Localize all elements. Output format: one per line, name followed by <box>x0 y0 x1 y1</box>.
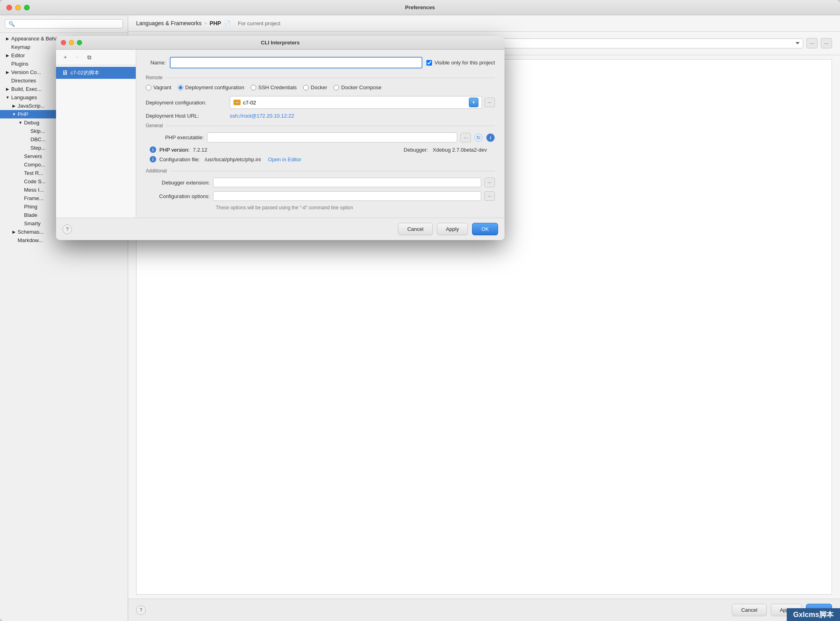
sidebar-item-label: Step... <box>30 145 46 151</box>
sidebar-item-label: Phing <box>24 204 37 210</box>
interpreter-icon: 🖥 <box>62 69 68 76</box>
deployment-more-button[interactable]: ··· <box>484 98 495 107</box>
search-input[interactable] <box>16 21 119 27</box>
php-exec-info-button[interactable]: i <box>486 133 495 142</box>
dialog-close-button[interactable] <box>61 40 66 45</box>
name-row: Name: c7-02的脚本 Visible only for this pro… <box>146 57 495 68</box>
visible-label-text: Visible only for this project <box>434 60 495 66</box>
sidebar-item-label: PHP <box>18 111 28 117</box>
tree-arrow-icon: ▼ <box>11 112 17 117</box>
sidebar-item-label: Skip... <box>30 128 45 134</box>
tree-arrow-icon: ▶ <box>5 36 10 42</box>
php-version-info-icon: i <box>150 146 156 153</box>
php-version-label: PHP version: <box>159 147 190 153</box>
dialog-help-button[interactable]: ? <box>62 224 72 234</box>
remove-interpreter-button[interactable]: － <box>72 53 82 62</box>
config-options-input[interactable] <box>213 191 481 201</box>
interpreter-list-item[interactable]: 🖥 c7-02的脚本 <box>56 67 136 79</box>
sidebar-item-label: Servers <box>24 153 42 159</box>
main-help-button[interactable]: ? <box>136 605 146 615</box>
title-bar: Preferences <box>0 0 840 15</box>
for-project-icon: 📄 <box>224 20 231 26</box>
deployment-icon: 🏠 <box>233 100 241 105</box>
sidebar-item-label: Editor <box>11 52 25 58</box>
watermark: Gxlcms脚本 <box>787 608 840 621</box>
sidebar-item-label: Markdow... <box>18 237 43 243</box>
search-bar: 🔍 <box>0 15 128 33</box>
radio-docker[interactable]: Docker <box>303 84 327 90</box>
dialog-apply-button[interactable]: Apply <box>437 223 468 235</box>
cancel-button[interactable]: Cancel <box>732 604 766 616</box>
dialog-cancel-button[interactable]: Cancel <box>398 223 432 235</box>
dialog-minimize-button[interactable] <box>69 40 74 45</box>
debugger-ext-input[interactable] <box>213 178 481 187</box>
deployment-host-row: Deployment Host URL: ssh://root@172.20.1… <box>146 113 495 119</box>
dialog-interpreter-list: 🖥 c7-02的脚本 <box>56 65 136 218</box>
deployment-host-label: Deployment Host URL: <box>146 113 226 119</box>
tree-arrow-icon: ▼ <box>5 95 10 100</box>
visible-checkbox-label: Visible only for this project <box>426 60 495 66</box>
radio-ssh[interactable]: SSH Credentials <box>251 84 297 90</box>
additional-section-header: Additional <box>146 168 495 174</box>
sidebar-item-label: JavaScrip... <box>18 103 45 109</box>
dialog-title: CLI Interpreters <box>261 40 300 46</box>
debugger-label: Debugger: <box>404 147 428 153</box>
debugger-ext-browse-button[interactable]: ··· <box>484 178 495 187</box>
name-input[interactable]: c7-02的脚本 <box>170 57 422 68</box>
open-editor-link[interactable]: Open in Editor <box>268 156 301 162</box>
sidebar-item-label: Directories <box>11 78 36 84</box>
dialog-ok-button[interactable]: OK <box>472 223 498 235</box>
php-exec-browse-button[interactable]: ··· <box>460 133 471 142</box>
for-project-link[interactable]: For current project <box>238 20 280 26</box>
breadcrumb-current: PHP <box>209 20 221 26</box>
config-file-info-icon: i <box>150 156 156 162</box>
add-interpreter-button[interactable]: ＋ <box>60 53 70 62</box>
deployment-select-wrap: 🏠 c7-02 ▼ ··· <box>230 96 495 109</box>
close-button[interactable] <box>6 5 12 10</box>
hint-text: These options will be passed using the "… <box>146 205 495 210</box>
debugger-ext-label: Debugger extension: <box>146 180 210 186</box>
tree-arrow-icon: ▶ <box>11 229 17 235</box>
remote-section-header: Remote <box>146 75 495 80</box>
tree-arrow-icon: ▶ <box>5 70 10 75</box>
php-exec-label: PHP executable: <box>146 134 204 140</box>
sidebar-item-label: DBC... <box>30 136 46 142</box>
config-options-row: Configuration options: ··· <box>146 191 495 201</box>
dialog-toolbar: ＋ － ⧉ <box>56 50 136 65</box>
sidebar-item-label: Code S... <box>24 178 46 184</box>
radio-deployment[interactable]: Deployment configuration <box>178 84 244 90</box>
window-controls <box>6 5 30 10</box>
deployment-config-row: Deployment configuration: 🏠 c7-02 ▼ ··· <box>146 96 495 109</box>
minimize-button[interactable] <box>15 5 21 10</box>
sidebar-item-label: Schemas... <box>18 229 44 235</box>
sidebar-item-label: Frame... <box>24 195 43 201</box>
maximize-button[interactable] <box>24 5 30 10</box>
php-exec-input[interactable]: /usr/local/php/bin/php <box>207 132 457 142</box>
breadcrumb-root: Languages & Frameworks <box>136 20 201 26</box>
visible-checkbox[interactable] <box>426 60 432 66</box>
deployment-value: c7-02 <box>243 100 466 106</box>
php-interpreters-button[interactable]: ··· <box>806 38 818 48</box>
radio-docker-compose[interactable]: Docker Compose <box>334 84 381 90</box>
dialog-content: Name: c7-02的脚本 Visible only for this pro… <box>136 50 504 218</box>
tree-arrow-icon: ▼ <box>18 120 23 126</box>
general-section-header: General <box>146 123 495 128</box>
radio-vagrant[interactable]: Vagrant <box>146 84 171 90</box>
sidebar-item-label: Version Co... <box>11 69 41 75</box>
deployment-dropdown-button[interactable]: ▼ <box>469 98 478 107</box>
sidebar-item-label: Plugins <box>11 61 28 67</box>
dialog-maximize-button[interactable] <box>77 40 82 45</box>
config-options-browse-button[interactable]: ··· <box>484 191 495 201</box>
window-title: Preferences <box>405 4 435 10</box>
debugger-value: Xdebug 2.7.0beta2-dev <box>433 147 487 153</box>
tree-arrow-icon: ▶ <box>5 53 10 58</box>
php-exec-reload-button[interactable]: ↻ <box>474 133 483 142</box>
php-version-value: 7.2.12 <box>193 147 207 153</box>
sidebar-item-label: Build, Exec... <box>11 86 42 92</box>
php-settings-extra-button[interactable]: ··· <box>821 38 832 48</box>
name-label: Name: <box>146 60 166 66</box>
sidebar-item-label: Test R... <box>24 170 43 176</box>
dialog-title-bar: CLI Interpreters <box>56 36 504 50</box>
tree-arrow-icon: ▶ <box>5 86 10 92</box>
copy-interpreter-button[interactable]: ⧉ <box>84 53 94 62</box>
